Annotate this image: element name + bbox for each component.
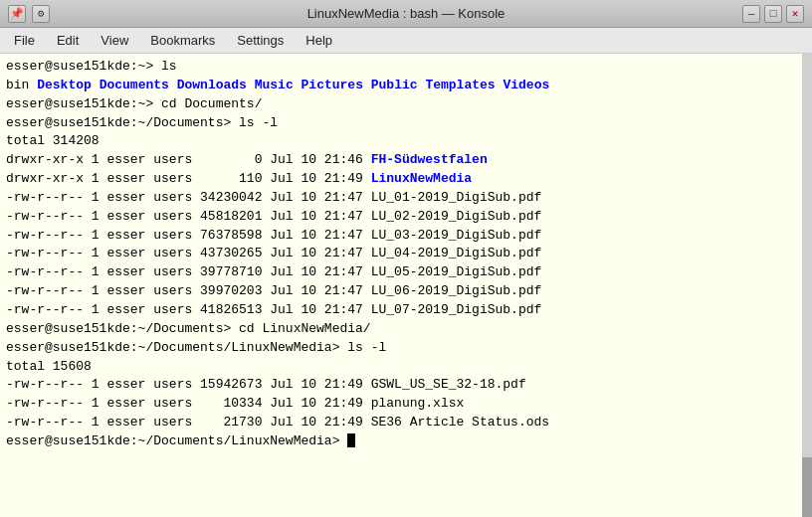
terminal-line: -rw-r--r-- 1 esser users 39970203 Jul 10…: [6, 282, 806, 301]
terminal-line: -rw-r--r-- 1 esser users 76378598 Jul 10…: [6, 227, 806, 246]
pin-button[interactable]: 📌: [8, 5, 26, 23]
terminal-line: -rw-r--r-- 1 esser users 21730 Jul 10 21…: [6, 414, 806, 432]
terminal-line: -rw-r--r-- 1 esser users 10334 Jul 10 21…: [6, 395, 806, 414]
scrollbar-thumb[interactable]: [802, 457, 812, 517]
title-bar: 📌 ⚙ LinuxNewMedia : bash — Konsole — □ ✕: [0, 0, 812, 28]
terminal-line: bin Desktop Documents Downloads Music Pi…: [6, 77, 806, 95]
terminal-line: -rw-r--r-- 1 esser users 15942673 Jul 10…: [6, 376, 806, 395]
terminal-area[interactable]: esser@suse151kde:~> lsbin Desktop Docume…: [0, 54, 812, 517]
terminal-line: -rw-r--r-- 1 esser users 43730265 Jul 10…: [6, 245, 806, 263]
terminal-line: total 314208: [6, 132, 806, 151]
terminal-line: esser@suse151kde:~/Documents> cd LinuxNe…: [6, 320, 806, 339]
terminal-line: -rw-r--r-- 1 esser users 39778710 Jul 10…: [6, 263, 806, 282]
window-title: LinuxNewMedia : bash — Konsole: [307, 6, 506, 21]
terminal-line: -rw-r--r-- 1 esser users 34230042 Jul 10…: [6, 189, 806, 208]
settings-button[interactable]: ⚙: [32, 5, 50, 23]
terminal-line: drwxr-xr-x 1 esser users 0 Jul 10 21:46 …: [6, 151, 806, 170]
terminal-line: esser@suse151kde:~/Documents/LinuxNewMed…: [6, 432, 806, 451]
terminal-line: -rw-r--r-- 1 esser users 41826513 Jul 10…: [6, 301, 806, 320]
menu-edit[interactable]: Edit: [47, 31, 89, 50]
minimize-button[interactable]: —: [742, 5, 760, 23]
terminal-line: esser@suse151kde:~/Documents> ls -l: [6, 114, 806, 133]
menu-file[interactable]: File: [4, 31, 45, 50]
terminal-line: -rw-r--r-- 1 esser users 45818201 Jul 10…: [6, 208, 806, 227]
menu-bookmarks[interactable]: Bookmarks: [140, 31, 225, 50]
scrollbar[interactable]: [802, 54, 812, 517]
terminal-line: total 15608: [6, 358, 806, 377]
menu-settings[interactable]: Settings: [227, 31, 294, 50]
menu-bar: File Edit View Bookmarks Settings Help: [0, 28, 812, 54]
menu-help[interactable]: Help: [296, 31, 342, 50]
terminal-line: esser@suse151kde:~> cd Documents/: [6, 95, 806, 114]
title-bar-left: 📌 ⚙: [8, 5, 50, 23]
terminal-line: esser@suse151kde:~/Documents/LinuxNewMed…: [6, 339, 806, 358]
window-controls: — □ ✕: [742, 5, 804, 23]
menu-view[interactable]: View: [91, 31, 138, 50]
maximize-button[interactable]: □: [764, 5, 782, 23]
terminal-line: esser@suse151kde:~> ls: [6, 58, 806, 77]
terminal-line: drwxr-xr-x 1 esser users 110 Jul 10 21:4…: [6, 170, 806, 189]
close-button[interactable]: ✕: [786, 5, 804, 23]
